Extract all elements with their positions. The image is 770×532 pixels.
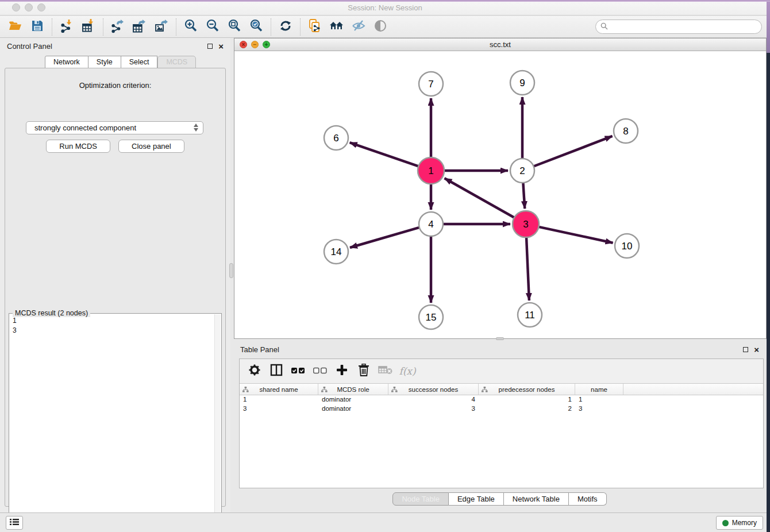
edge-4-14[interactable] xyxy=(350,228,419,248)
node-label-2: 2 xyxy=(519,165,525,176)
network-close-button[interactable]: × xyxy=(240,41,247,48)
zoom-out-button[interactable] xyxy=(202,18,224,36)
deselect-all-button[interactable] xyxy=(311,361,329,381)
columns-button[interactable] xyxy=(267,361,286,381)
tab-network[interactable]: Network xyxy=(45,56,88,68)
edge-3-11[interactable] xyxy=(526,237,529,300)
table-rows: 1dominator4113dominator323 xyxy=(240,395,763,414)
show-graphics-button[interactable] xyxy=(369,18,391,36)
zoom-fit-button[interactable] xyxy=(224,18,245,36)
cell[interactable]: 1 xyxy=(240,395,318,404)
cell[interactable]: 4 xyxy=(388,395,479,404)
toolbar-separator xyxy=(300,18,301,36)
open-session-button[interactable] xyxy=(5,18,26,36)
cell[interactable]: dominator xyxy=(318,404,388,414)
close-panel-button[interactable]: Close panel xyxy=(118,140,184,153)
zoom-in-button[interactable] xyxy=(180,18,202,36)
tab-node-table[interactable]: Node Table xyxy=(392,492,449,506)
zoom-selected-button[interactable] xyxy=(245,18,267,36)
cell[interactable]: 3 xyxy=(388,404,479,414)
zoom-selected-icon xyxy=(249,18,264,36)
table-toolbar: f(x) xyxy=(240,359,763,384)
add-row-icon xyxy=(336,364,348,378)
column-header-name[interactable]: name xyxy=(575,384,623,395)
memory-label: Memory xyxy=(732,519,757,527)
edge-2-8[interactable] xyxy=(534,136,613,167)
select-all-button[interactable] xyxy=(289,361,307,381)
desktop-right-edge xyxy=(767,0,770,532)
edge-3-10[interactable] xyxy=(538,227,613,243)
add-row-button[interactable] xyxy=(333,361,351,381)
edge-2-3[interactable] xyxy=(523,183,525,209)
node-label-1: 1 xyxy=(428,165,433,176)
table-row[interactable]: 3dominator323 xyxy=(240,404,763,414)
node-table: f(x) shared name MCDS role successor nod… xyxy=(239,358,764,488)
save-session-button[interactable] xyxy=(26,18,48,36)
export-network-button[interactable] xyxy=(107,18,129,36)
cell[interactable]: 2 xyxy=(479,404,575,414)
delete-rows-button[interactable] xyxy=(355,361,373,381)
export-image-button[interactable] xyxy=(151,18,172,36)
clone-network-button[interactable] xyxy=(304,18,326,36)
network-canvas[interactable]: 7968124314101511 xyxy=(234,51,766,338)
column-header-MCDS-role[interactable]: MCDS role xyxy=(318,384,388,395)
network-zoom-button[interactable]: + xyxy=(263,41,270,48)
desktop-top-edge xyxy=(0,0,770,2)
toolbar-separator xyxy=(271,18,271,36)
window-title: Session: New Session xyxy=(0,3,770,12)
import-network-button[interactable] xyxy=(56,18,78,36)
table-header-row: shared name MCDS role successor nodes pr… xyxy=(240,384,763,395)
delete-table-button xyxy=(376,361,395,381)
panel-splitter-handle[interactable] xyxy=(229,263,233,278)
column-header-shared-name[interactable]: shared name xyxy=(240,384,318,395)
export-table-icon xyxy=(132,18,147,36)
optimization-criterion-select[interactable]: strongly connected component xyxy=(26,121,203,134)
tab-network-table[interactable]: Network Table xyxy=(504,492,569,506)
gear-button[interactable] xyxy=(245,361,264,381)
column-header-successor-nodes[interactable]: successor nodes xyxy=(388,384,479,395)
node-label-3: 3 xyxy=(523,219,528,230)
table-row[interactable]: 1dominator411 xyxy=(240,395,763,404)
search-input[interactable] xyxy=(608,21,761,33)
tab-mcds[interactable]: MCDS xyxy=(157,56,196,68)
hide-graphics-button[interactable] xyxy=(348,18,369,36)
tab-edge-table[interactable]: Edge Table xyxy=(449,492,504,506)
cell[interactable]: 1 xyxy=(575,395,623,404)
edge-1-6[interactable] xyxy=(350,142,419,166)
tab-style[interactable]: Style xyxy=(88,56,121,68)
statusbar: Memory xyxy=(0,512,770,532)
import-table-button[interactable] xyxy=(78,18,99,36)
select-all-icon xyxy=(291,366,305,376)
network-minimize-button[interactable]: − xyxy=(251,41,259,48)
edge-3-1[interactable] xyxy=(445,178,514,217)
table-panel: Table Panel × xyxy=(233,341,767,512)
cell[interactable]: dominator xyxy=(318,395,388,404)
function-builder-icon: f(x) xyxy=(399,365,415,377)
panel-menu-button[interactable] xyxy=(6,516,23,530)
cell[interactable]: 1 xyxy=(479,395,575,404)
node-label-4: 4 xyxy=(428,219,433,230)
table-float-icon[interactable] xyxy=(743,347,748,352)
memory-button[interactable]: Memory xyxy=(716,516,763,530)
mcds-result-text[interactable]: 1 3 xyxy=(10,316,214,528)
refresh-view-button[interactable] xyxy=(275,18,297,36)
network-resize-handle[interactable] xyxy=(496,337,504,340)
export-table-button[interactable] xyxy=(129,18,151,36)
search-field[interactable] xyxy=(595,20,762,34)
column-header-predecessor-nodes[interactable]: predecessor nodes xyxy=(479,384,575,395)
table-close-icon[interactable]: × xyxy=(754,347,759,352)
tab-motifs[interactable]: Motifs xyxy=(569,492,607,506)
run-mcds-button[interactable]: Run MCDS xyxy=(46,140,110,153)
close-panel-icon[interactable]: × xyxy=(218,44,224,49)
float-panel-icon[interactable] xyxy=(207,44,213,49)
first-neighbors-button[interactable] xyxy=(326,18,348,36)
node-label-7: 7 xyxy=(428,79,433,90)
tab-select[interactable]: Select xyxy=(121,56,158,68)
network-window-titlebar[interactable]: × − + scc.txt xyxy=(234,38,766,51)
export-image-icon xyxy=(154,18,169,36)
cell[interactable]: 3 xyxy=(575,404,623,414)
result-scrollbar[interactable] xyxy=(214,314,221,529)
cell[interactable]: 3 xyxy=(240,404,318,414)
node-label-9: 9 xyxy=(519,78,525,88)
node-label-10: 10 xyxy=(622,241,633,252)
